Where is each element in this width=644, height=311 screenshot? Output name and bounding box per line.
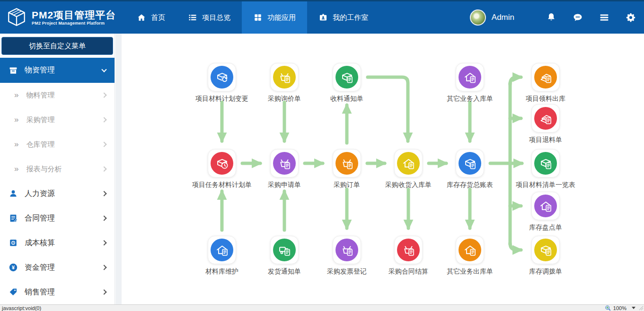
status-link-text: javascript:void(0) [2,305,41,311]
flow-node-tile [208,63,236,91]
flow-node-label: 其它业务入库单 [447,95,493,103]
user-name[interactable]: Admin [492,13,514,22]
flow-node-label: 采购合同结算 [388,267,428,276]
flow-node-tile [208,149,236,178]
menu-button[interactable] [599,12,610,23]
settings-button[interactable] [625,12,636,23]
basket-doc-icon [335,152,358,175]
sidebar-group-contracts[interactable]: 合同管理 [0,206,115,231]
double-chevron-icon: » [14,115,18,124]
flow-node[interactable]: 其它业务入库单 [432,63,508,103]
flow-node-label: 其它业务出库单 [447,267,493,276]
navbar-right: Admin [470,1,644,34]
basket-doc-icon [273,152,296,175]
sidebar: 切换至自定义菜单 物资管理 » 物料管理 » 采购管理 » 仓库管理 » 报表与… [0,34,115,304]
nav-item-my-workroom[interactable]: 我的工作室 [307,1,379,34]
flow-node-tile [394,236,423,264]
flow-node-label: 材料库维护 [205,267,238,276]
nav-item-label: 我的工作室 [333,13,368,22]
sidebar-group-label: 物资管理 [25,65,55,75]
flow-node-label: 项目退料单 [529,136,562,144]
flow-node-tile [208,236,236,264]
nav-item-project-overview[interactable]: 项目总览 [176,1,242,34]
app-title: PM2项目管理平台 [32,9,116,20]
contract-icon [9,213,18,223]
browser-status-bar: javascript:void(0) 100% [0,304,644,311]
flow-node[interactable]: 其它业务出库单 [432,236,508,276]
chevron-right-icon [101,142,106,147]
flow-node-label: 库存存货总账表 [447,181,493,189]
house-doc-icon [534,195,557,217]
chevron-right-icon [101,191,106,196]
gear-icon [625,12,636,23]
resize-grip[interactable] [639,306,644,311]
nav-item-function-apps[interactable]: 功能应用 [242,1,307,34]
flow-node[interactable]: 项目材料清单一览表 [508,149,583,189]
project-list-icon [188,13,197,22]
nav-item-label: 功能应用 [267,13,296,22]
chat-bubble-icon [572,12,583,23]
flow-node-tile [394,149,423,178]
flow-node[interactable]: 收料通知单 [309,63,385,103]
flow-node-tile [531,63,560,91]
nav-item-home[interactable]: 首页 [125,1,176,34]
sidebar-item-purchase-mgmt[interactable]: » 采购管理 [0,107,115,132]
flow-node-label: 采购申请单 [268,181,301,189]
notifications-button[interactable] [546,12,557,23]
cube-logo-icon [6,7,27,28]
sidebar-item-label: 采购管理 [26,116,54,124]
sidebar-group-cost[interactable]: 成本核算 [0,231,115,255]
flow-node-label: 采购订单 [334,181,360,189]
basket-doc-icon [273,66,296,89]
sidebar-group-label: 资金管理 [25,263,55,273]
flow-node-tile [531,149,560,178]
safe-icon [9,238,18,248]
chevron-right-icon [101,92,106,98]
flow-node-tile [531,104,560,133]
chevron-right-icon [101,166,106,171]
steel-doc-icon [534,66,557,89]
flow-node-tile [270,149,299,178]
box-doc-icon [534,152,557,175]
sidebar-group-hr[interactable]: 人力资源 [0,181,115,206]
sidebar-group-materials[interactable]: 物资管理 [0,58,115,83]
workroom-badge-icon [318,13,328,22]
switch-menu-button[interactable]: 切换至自定义菜单 [1,37,113,55]
sidebar-item-label: 仓库管理 [26,140,54,149]
flow-node[interactable]: 库存盘点单 [508,192,583,232]
flow-node-tile [456,63,484,91]
basket-doc-icon [397,239,420,261]
nav-item-label: 项目总览 [202,13,230,22]
sidebar-item-label: 报表与分析 [26,165,62,174]
flow-node-tile [333,63,361,91]
bell-icon [546,12,557,23]
archive-box-icon [9,66,18,75]
flow-node[interactable]: 库存存货总账表 [432,149,508,189]
flow-node-tile [333,236,361,264]
house-doc-icon [397,152,420,175]
sidebar-item-warehouse-mgmt[interactable]: » 仓库管理 [0,132,115,157]
zoom-control[interactable]: 100% [605,305,642,311]
sidebar-item-reports-analysis[interactable]: » 报表与分析 [0,157,115,181]
zoom-level-value: 100% [613,305,626,311]
chevron-down-icon [101,67,106,72]
flow-node[interactable]: 项目领料出库 [508,63,583,103]
user-avatar[interactable] [470,9,486,26]
zoom-dropdown-caret[interactable] [632,307,635,309]
flow-node[interactable]: 库存调拨单 [508,236,583,276]
sidebar-group-funds[interactable]: ¥ 资金管理 [0,255,115,280]
tag-icon [9,287,18,297]
flow-node-label: 项目材料清单一览表 [516,181,575,189]
flow-node-tile [456,236,484,264]
sidebar-item-material-mgmt[interactable]: » 物料管理 [0,83,115,107]
flow-node-tile [270,236,299,264]
box-doc-icon [534,239,557,261]
double-chevron-icon: » [14,140,18,149]
sidebar-group-label: 合同管理 [25,213,55,223]
messages-button[interactable] [572,12,583,23]
flow-node[interactable]: 项目退料单 [508,104,583,144]
sidebar-group-sales[interactable]: 销售管理 [0,280,115,304]
double-chevron-icon: » [14,90,18,100]
zoom-magnifier-icon [605,305,611,311]
app-logo[interactable]: PM2项目管理平台 PM2 Project Management Platfor… [0,1,123,34]
